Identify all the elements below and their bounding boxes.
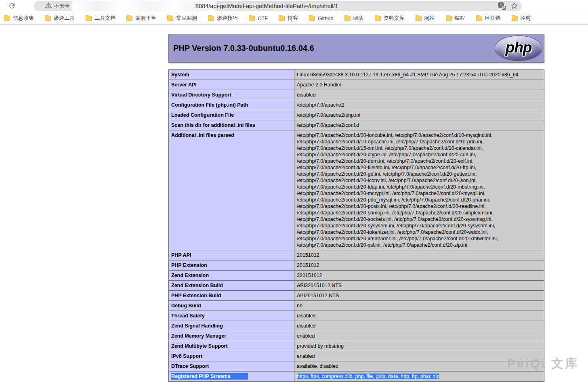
security-label: 不安全 xyxy=(54,2,70,10)
phpinfo-header: PHP Version 7.0.33-0ubuntu0.16.04.6 php xyxy=(168,34,544,63)
info-value-cell: https, ftps, compress.zlib, php, file, g… xyxy=(294,372,544,382)
bookmark-item[interactable]: CTF xyxy=(249,15,268,21)
table-row: IPv6 Support enabled xyxy=(169,351,544,361)
info-label-cell: Zend Signal Handling xyxy=(169,321,294,331)
bookmark-folder-icon xyxy=(416,16,422,21)
reload-button[interactable] xyxy=(7,2,16,11)
info-value-cell: 20151012 xyxy=(294,260,544,271)
table-row: Scan this dir for additional .ini files … xyxy=(169,120,544,130)
bookmark-label: 网站 xyxy=(424,15,435,22)
bookmark-folder-icon xyxy=(375,16,381,21)
bookmark-label: 工具文档 xyxy=(94,15,116,22)
bookmark-item[interactable]: 博客 xyxy=(279,15,298,22)
info-value: enabled xyxy=(297,353,315,359)
table-row: Registered PHP Streams https, ftps, comp… xyxy=(169,372,544,382)
info-label-cell: Server API xyxy=(169,80,294,90)
info-label-cell: PHP API xyxy=(169,250,294,260)
browser-toolbar: 不安全 | 8084/api-getModel-api-getMethod-fi… xyxy=(0,0,588,12)
info-label-cell: Virtual Directory Support xyxy=(169,90,294,100)
info-value-cell: disabled xyxy=(294,90,544,100)
info-value-cell: API20151012,NTS xyxy=(294,291,544,301)
bookmark-item[interactable]: 漏洞平台 xyxy=(126,15,156,22)
info-value-cell: API320151012,NTS xyxy=(294,281,544,291)
bookmark-folder-icon xyxy=(446,16,452,21)
warning-icon xyxy=(45,2,52,10)
info-label-cell: IPv6 Support xyxy=(169,351,294,361)
bookmark-folder-icon xyxy=(309,16,315,21)
table-row: Loaded Configuration File /etc/php/7.0/a… xyxy=(169,110,544,120)
table-row: PHP Extension 20151012 xyxy=(169,260,544,271)
info-label: System xyxy=(171,72,189,78)
info-label: Loaded Configuration File xyxy=(171,112,234,118)
info-label: Zend Multibyte Support xyxy=(171,343,228,349)
phpinfo-table: System Linux 68c6593dec88 3.10.0-1127.19… xyxy=(168,69,544,382)
info-label-cell: DTrace Support xyxy=(169,361,294,372)
bookmark-item[interactable]: 临时 xyxy=(512,15,531,22)
translate-button[interactable]: 文 A xyxy=(498,2,506,10)
bookmark-item[interactable]: 团队 xyxy=(344,15,364,22)
info-label-cell: Zend Multibyte Support xyxy=(169,341,294,351)
table-row: DTrace Support available, disabled xyxy=(169,361,544,372)
info-label: Zend Extension xyxy=(171,273,209,278)
bookmark-item[interactable]: 资料文库 xyxy=(375,15,405,22)
bookmark-label: 渗透技巧 xyxy=(217,15,238,22)
info-label: Zend Memory Manager xyxy=(171,333,226,339)
table-row: Additional .ini files parsed /etc/php/7.… xyxy=(169,130,544,250)
info-value-cell: enabled xyxy=(294,351,544,361)
table-row: Zend Memory Manager enabled xyxy=(169,331,544,341)
info-value: /etc/php/7.0/apache2 xyxy=(297,102,344,108)
table-row: Thread Safety disabled xyxy=(169,311,544,321)
info-label: Additional .ini files parsed xyxy=(171,132,234,138)
info-value: /etc/php/7.0/apache2/conf.d xyxy=(297,122,359,128)
bookmark-label: 临时 xyxy=(521,15,531,22)
bookmark-item[interactable]: 工具文档 xyxy=(86,15,116,22)
info-value-cell: 20151012 xyxy=(294,250,544,260)
bookmark-folder-icon xyxy=(4,16,10,21)
table-row: System Linux 68c6593dec88 3.10.0-1127.19… xyxy=(169,70,544,80)
info-value: /etc/php/7.0/apache2/conf.d/00-ioncube.i… xyxy=(297,132,498,248)
bookmark-folder-icon xyxy=(86,16,92,21)
reload-icon xyxy=(8,2,16,11)
info-value: disabled xyxy=(297,92,316,98)
info-value-cell: provided by mbstring xyxy=(294,341,544,351)
info-label: Thread Safety xyxy=(171,313,205,319)
info-value: available, disabled xyxy=(297,363,338,369)
table-row: Zend Extension Build API320151012,NTS xyxy=(169,281,544,291)
bookmark-folder-icon xyxy=(167,16,173,21)
info-label-cell: PHP Extension xyxy=(169,260,294,271)
info-value: Apache 2.0 Handler xyxy=(297,82,342,88)
bookmark-folder-icon xyxy=(126,16,132,21)
bookmark-item[interactable]: 常见漏洞 xyxy=(167,15,197,22)
bookmark-label: 信息收集 xyxy=(13,15,34,22)
bookmark-folder-icon xyxy=(279,16,285,21)
info-value-cell: available, disabled xyxy=(294,361,544,372)
bookmark-item[interactable]: Github xyxy=(309,15,333,21)
bookmark-item[interactable]: 编程 xyxy=(446,15,465,22)
info-value: API20151012,NTS xyxy=(297,293,339,298)
info-label-cell: PHP Extension Build xyxy=(169,291,294,301)
bookmark-star-button[interactable] xyxy=(510,2,518,11)
info-label-cell: Loaded Configuration File xyxy=(169,110,294,120)
bookmark-item[interactable]: 区块链 xyxy=(476,15,501,22)
bookmark-item[interactable]: 网站 xyxy=(416,15,435,22)
php-logo[interactable]: php xyxy=(495,36,542,61)
info-value-cell: Linux 68c6593dec88 3.10.0-1127.19.1.el7.… xyxy=(294,70,544,80)
redacted-host-blur xyxy=(73,1,215,11)
info-value: Linux 68c6593dec88 3.10.0-1127.19.1.el7.… xyxy=(297,72,519,78)
info-label: Registered PHP Streams xyxy=(171,373,248,380)
info-label-cell: Debug Build xyxy=(169,301,294,311)
address-bar[interactable]: 不安全 | 8084/api-getModel-api-getMethod-fi… xyxy=(34,1,522,11)
url-text[interactable]: 8084/api-getModel-api-getMethod-filePath… xyxy=(195,1,338,11)
table-row: Zend Extension 320151012 xyxy=(169,271,544,281)
bookmark-folder-icon xyxy=(249,16,255,21)
bookmark-item[interactable]: 渗透工具 xyxy=(45,15,75,22)
info-label-cell: Zend Extension Build xyxy=(169,281,294,291)
watermark: PeiQi 文库 xyxy=(507,355,579,372)
bookmark-label: 团队 xyxy=(353,15,364,22)
info-value-cell: Apache 2.0 Handler xyxy=(294,80,544,90)
bookmark-item[interactable]: 信息收集 xyxy=(4,15,34,22)
info-value: no xyxy=(297,303,302,309)
bookmark-item[interactable]: 渗透技巧 xyxy=(208,15,238,22)
security-chip[interactable]: 不安全 | xyxy=(45,1,76,11)
info-label: IPv6 Support xyxy=(171,353,202,359)
